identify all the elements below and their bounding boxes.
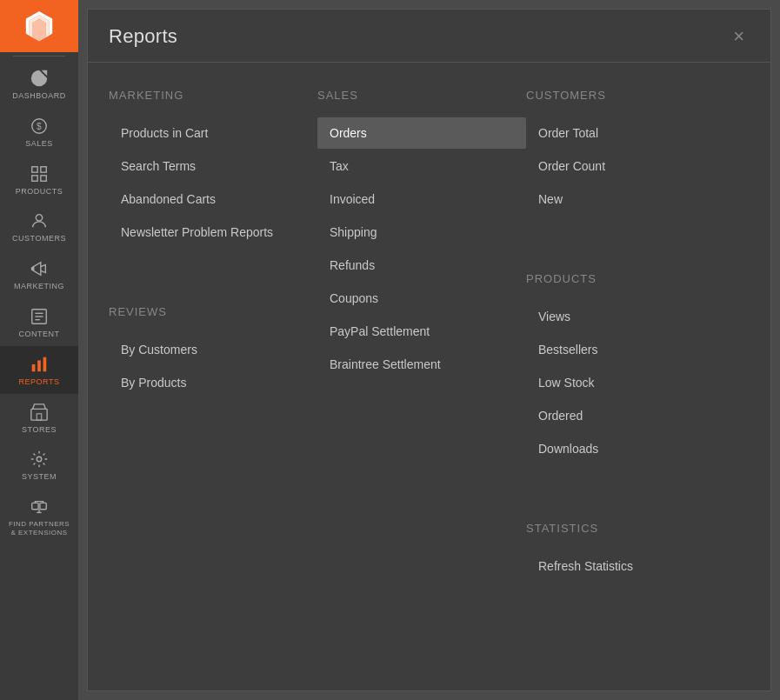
menu-item-search-terms[interactable]: Search Terms [109,150,317,182]
menu-item-by-customers[interactable]: By Customers [109,334,317,365]
sidebar-item-customers-label: CUSTOMERS [12,234,66,243]
marketing-section-header: Marketing [109,89,317,102]
svg-rect-19 [43,357,47,372]
sidebar: DASHBOARD $ SALES PRODUCTS CUSTOMERS [0,0,78,700]
menu-item-refunds[interactable]: Refunds [317,250,526,281]
sales-section-header: Sales [317,89,526,102]
menu-item-abandoned-carts[interactable]: Abandoned Carts [109,183,317,215]
svg-text:$: $ [37,121,42,130]
sidebar-item-dashboard[interactable]: DASHBOARD [0,60,78,108]
menu-item-invoiced[interactable]: Invoiced [317,183,526,215]
products-section-header: Products [526,272,750,285]
sidebar-item-sales[interactable]: $ SALES [0,108,78,156]
sales-column: Sales Orders Tax Invoiced Shipping Refun… [317,89,526,670]
svg-rect-24 [40,503,46,510]
menu-item-order-count[interactable]: Order Count [526,150,750,182]
sidebar-item-content[interactable]: CONTENT [0,298,78,346]
menu-item-shipping[interactable]: Shipping [317,217,526,248]
sidebar-item-system-label: SYSTEM [22,472,57,482]
sidebar-item-marketing[interactable]: MARKETING [0,250,78,298]
panel-body: Marketing Products in Cart Search Terms … [88,63,770,690]
close-button[interactable]: × [728,25,750,48]
svg-rect-9 [41,175,46,180]
sidebar-item-system[interactable]: SYSTEM [0,441,78,489]
menu-item-new[interactable]: New [526,183,750,215]
svg-rect-18 [37,360,41,371]
sidebar-divider [13,56,65,57]
menu-item-products-in-cart[interactable]: Products in Cart [109,117,317,149]
sidebar-item-extensions[interactable]: FIND PARTNERS& EXTENSIONS [0,489,78,543]
marketing-column: Marketing Products in Cart Search Terms … [109,89,317,670]
content-icon [30,307,49,326]
svg-rect-8 [32,175,37,180]
menu-item-paypal-settlement[interactable]: PayPal Settlement [317,316,526,347]
menu-item-views[interactable]: Views [526,301,750,332]
panel-title: Reports [109,25,177,48]
sidebar-item-content-label: CONTENT [19,330,60,339]
menu-item-refresh-statistics[interactable]: Refresh Statistics [526,550,750,582]
sales-icon: $ [30,117,49,136]
menu-item-tax[interactable]: Tax [317,150,526,182]
sidebar-item-reports[interactable]: REPORTS [0,346,78,394]
statistics-section-header: Statistics [526,522,750,535]
reports-icon [30,355,49,374]
sidebar-item-dashboard-label: DASHBOARD [12,91,66,101]
menu-item-braintree-settlement[interactable]: Braintree Settlement [317,349,526,380]
sidebar-item-customers[interactable]: CUSTOMERS [0,203,78,250]
dashboard-icon [30,69,49,88]
sidebar-item-reports-label: REPORTS [19,377,60,387]
sidebar-logo [0,0,78,52]
sidebar-item-stores-label: STORES [22,425,57,435]
svg-rect-17 [32,364,36,371]
svg-point-10 [36,215,42,221]
menu-item-by-products[interactable]: By Products [109,367,317,398]
svg-marker-2 [32,18,45,41]
menu-item-ordered[interactable]: Ordered [526,400,750,431]
sidebar-item-extensions-label: FIND PARTNERS& EXTENSIONS [9,520,70,537]
svg-rect-23 [32,503,38,510]
reports-panel: Reports × Marketing Products in Cart Sea… [87,9,771,691]
menu-item-downloads[interactable]: Downloads [526,433,750,464]
menu-item-order-total[interactable]: Order Total [526,117,750,149]
sidebar-item-sales-label: SALES [25,139,53,149]
sidebar-item-products[interactable]: PRODUCTS [0,156,78,203]
products-icon [30,164,49,183]
svg-rect-21 [37,413,42,419]
panel-header: Reports × [88,10,770,63]
menu-item-coupons[interactable]: Coupons [317,283,526,314]
menu-item-newsletter-problem-reports[interactable]: Newsletter Problem Reports [109,217,317,248]
customers-section-header: Customers [526,89,750,102]
svg-rect-12 [31,267,35,270]
sidebar-item-marketing-label: MARKETING [14,282,64,291]
sidebar-item-stores[interactable]: STORES [0,394,78,442]
right-column: Customers Order Total Order Count New Pr… [526,89,750,670]
svg-rect-20 [31,409,47,420]
main-content: Reports × Marketing Products in Cart Sea… [78,0,780,700]
customers-icon [30,211,49,230]
magento-logo-icon [23,10,56,43]
menu-item-orders[interactable]: Orders [317,117,526,149]
marketing-icon [30,259,49,278]
svg-point-22 [37,457,42,463]
svg-rect-6 [32,166,37,171]
menu-item-bestsellers[interactable]: Bestsellers [526,334,750,365]
system-icon [30,450,49,469]
extensions-icon [30,497,49,517]
sidebar-item-products-label: PRODUCTS [16,187,63,197]
svg-rect-7 [41,166,46,171]
stores-icon [30,403,49,422]
reviews-section-header: Reviews [109,305,317,318]
menu-item-low-stock[interactable]: Low Stock [526,367,750,398]
